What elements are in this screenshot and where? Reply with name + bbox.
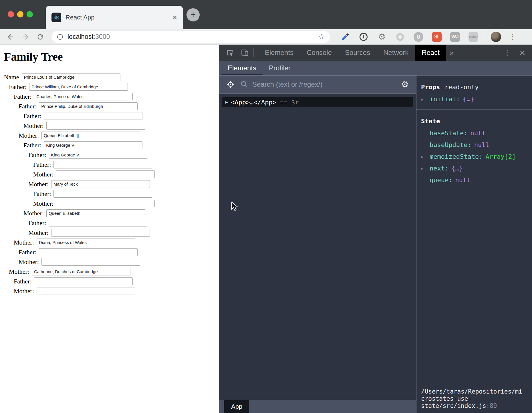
father-input[interactable]	[34, 277, 133, 285]
father-input[interactable]	[53, 190, 152, 198]
gear-extension-icon[interactable]: ⚙	[377, 32, 387, 42]
search-input[interactable]	[252, 80, 401, 88]
field-label: Mother:	[28, 229, 49, 237]
select-component-icon[interactable]	[227, 80, 235, 88]
url-text[interactable]: localhost:3000	[68, 33, 110, 41]
field-label: Father:	[33, 161, 51, 168]
field-label: Mother:	[14, 287, 34, 295]
kv-row-memoizedState[interactable]: ▶memoizedState:Array[2]	[421, 154, 529, 160]
family-row: Mother:	[14, 239, 219, 246]
mother-input[interactable]	[32, 268, 130, 275]
react-devtools-extension-icon[interactable]: ⚛	[432, 32, 442, 42]
address-bar[interactable]: localhost:3000 ☆	[51, 31, 330, 43]
browser-tab[interactable]: ⚛ React App ×	[46, 6, 183, 29]
kv-value: null	[470, 130, 485, 136]
family-row: Father:	[14, 277, 219, 285]
mother-input[interactable]	[51, 229, 150, 237]
mother-input[interactable]	[56, 200, 155, 207]
father-input[interactable]	[49, 151, 147, 159]
wallaby-extension-icon[interactable]: WJ	[450, 32, 460, 42]
reload-button[interactable]	[35, 32, 45, 42]
mother-input[interactable]	[41, 258, 140, 266]
inspect-element-button[interactable]	[226, 49, 234, 57]
page-title: Family Tree	[4, 50, 219, 63]
expand-arrow-icon[interactable]: ▶	[225, 100, 228, 105]
devtools-tab-react[interactable]: React	[415, 45, 446, 61]
toolbar-separator	[485, 32, 485, 41]
search-icon	[240, 80, 248, 88]
kv-key: next:	[430, 165, 448, 172]
mother-input[interactable]	[56, 170, 155, 178]
family-row: Mother:	[19, 258, 219, 266]
breadcrumb-bar: App	[219, 400, 416, 413]
settings-gear-icon[interactable]: ⚙	[401, 80, 409, 89]
father-input[interactable]	[39, 248, 138, 256]
mother-input[interactable]	[46, 209, 145, 217]
ublock-extension-icon[interactable]: U	[413, 32, 424, 42]
devtools-tab-network[interactable]: Network	[377, 45, 415, 61]
app-tree-node[interactable]: ▶ <App>…</App> == $r	[222, 97, 413, 107]
kv-row-initial[interactable]: ▶initial:{…}	[421, 96, 529, 102]
swirl-extension-icon[interactable]	[395, 32, 405, 42]
tab-close-icon[interactable]: ×	[172, 13, 177, 22]
kv-value: null	[455, 177, 470, 183]
bookmark-star-icon[interactable]: ☆	[318, 32, 325, 41]
react-subtab-elements[interactable]: Elements	[221, 61, 263, 75]
father-input[interactable]	[49, 219, 147, 227]
expand-arrow-icon[interactable]: ▶	[421, 154, 430, 160]
more-tabs-icon[interactable]: »	[450, 48, 454, 57]
profile-avatar[interactable]	[491, 32, 501, 42]
name-input[interactable]	[22, 73, 120, 81]
mother-input[interactable]	[37, 239, 135, 246]
mother-input[interactable]	[46, 122, 145, 130]
source-path[interactable]: /Users/taras/Repositories/microstates-us…	[421, 388, 522, 410]
minimize-window-button[interactable]	[17, 11, 23, 17]
component-tree: ▶ <App>…</App> == $r	[219, 94, 416, 400]
devtools-tab-elements[interactable]: Elements	[258, 45, 300, 61]
devtools-tab-sources[interactable]: Sources	[338, 45, 377, 61]
mother-input[interactable]	[41, 132, 140, 139]
device-toolbar-button[interactable]	[241, 49, 249, 57]
kv-key: baseUpdate:	[430, 142, 471, 148]
kv-row-next[interactable]: ▶next:{…}	[421, 165, 529, 172]
react-subtab-profiler[interactable]: Profiler	[263, 61, 297, 75]
expand-arrow-icon[interactable]: ▶	[421, 165, 430, 172]
app-node-label: <App>…</App>	[231, 99, 276, 106]
father-input[interactable]	[44, 141, 142, 149]
mother-input[interactable]	[51, 180, 150, 188]
field-label: Father:	[14, 93, 31, 100]
expand-arrow-icon[interactable]: ▶	[421, 96, 430, 102]
family-row: Mother:	[33, 200, 219, 207]
father-input[interactable]	[39, 102, 138, 110]
father-input[interactable]	[34, 93, 133, 100]
family-row: Father:	[14, 93, 219, 100]
family-row: Father:	[19, 248, 219, 256]
family-row: Father:	[28, 151, 219, 159]
field-label: Mother:	[33, 200, 53, 207]
mother-input[interactable]	[37, 287, 135, 295]
father-input[interactable]	[44, 112, 142, 120]
father-input[interactable]	[53, 161, 152, 168]
new-tab-button[interactable]: +	[186, 8, 200, 21]
devtools-menu-separator	[492, 48, 492, 57]
ember-extension-icon[interactable]: ember	[468, 32, 479, 42]
password-manager-extension-icon[interactable]	[358, 32, 369, 42]
forward-button[interactable]	[21, 32, 30, 42]
father-input[interactable]	[29, 83, 128, 91]
devtools-tab-console[interactable]: Console	[300, 45, 338, 61]
devtools-search-bar: ⚙	[219, 76, 416, 94]
component-tree-pane: ⚙ ▶ <App>…</App> == $r	[219, 76, 416, 413]
field-label: Mother:	[19, 132, 39, 139]
devtools-close-icon[interactable]: ×	[519, 47, 525, 58]
field-label: Father:	[19, 249, 36, 256]
devtools-menu-icon[interactable]: ⋮	[503, 48, 511, 57]
back-button[interactable]	[6, 32, 15, 42]
eyedropper-extension-icon[interactable]	[340, 32, 350, 42]
breadcrumb-app[interactable]: App	[224, 400, 249, 413]
close-window-button[interactable]	[8, 11, 14, 17]
browser-menu-icon[interactable]: ⋮	[509, 32, 517, 41]
mouse-cursor	[231, 202, 240, 211]
site-info-icon[interactable]	[57, 33, 63, 40]
state-section: State baseState:nullbaseUpdate:null▶memo…	[416, 110, 532, 190]
zoom-window-button[interactable]	[27, 11, 33, 17]
